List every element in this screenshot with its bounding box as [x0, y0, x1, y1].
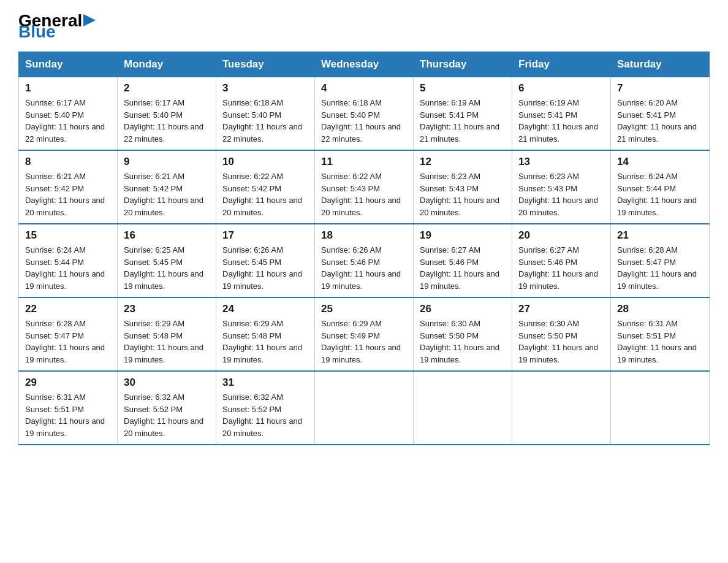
calendar-cell: 10 Sunrise: 6:22 AMSunset: 5:42 PMDaylig… [216, 150, 315, 224]
calendar-cell: 26 Sunrise: 6:30 AMSunset: 5:50 PMDaylig… [414, 297, 512, 371]
calendar-cell: 25 Sunrise: 6:29 AMSunset: 5:49 PMDaylig… [315, 297, 414, 371]
day-number: 30 [124, 377, 210, 389]
day-detail: Sunrise: 6:17 AMSunset: 5:40 PMDaylight:… [124, 98, 203, 144]
day-detail: Sunrise: 6:21 AMSunset: 5:42 PMDaylight:… [124, 172, 203, 217]
calendar-cell: 4 Sunrise: 6:18 AMSunset: 5:40 PMDayligh… [315, 77, 414, 151]
day-number: 3 [222, 82, 308, 94]
calendar-cell: 9 Sunrise: 6:21 AMSunset: 5:42 PMDayligh… [118, 150, 216, 224]
page-header: General Blue [18, 12, 710, 40]
calendar-cell: 31 Sunrise: 6:32 AMSunset: 5:52 PMDaylig… [216, 371, 315, 445]
day-number: 2 [124, 82, 210, 94]
calendar-cell: 19 Sunrise: 6:27 AMSunset: 5:46 PMDaylig… [414, 224, 512, 297]
day-detail: Sunrise: 6:30 AMSunset: 5:50 PMDaylight:… [420, 319, 499, 364]
calendar-cell: 3 Sunrise: 6:18 AMSunset: 5:40 PMDayligh… [216, 77, 315, 151]
calendar-cell [414, 371, 512, 445]
day-number: 13 [518, 156, 604, 168]
day-number: 7 [617, 82, 703, 94]
calendar-cell: 20 Sunrise: 6:27 AMSunset: 5:46 PMDaylig… [512, 224, 611, 297]
day-detail: Sunrise: 6:22 AMSunset: 5:42 PMDaylight:… [222, 172, 302, 217]
calendar-cell: 18 Sunrise: 6:26 AMSunset: 5:46 PMDaylig… [315, 224, 414, 297]
day-detail: Sunrise: 6:27 AMSunset: 5:46 PMDaylight:… [420, 245, 499, 291]
day-number: 25 [321, 303, 407, 315]
day-detail: Sunrise: 6:26 AMSunset: 5:46 PMDaylight:… [321, 245, 401, 291]
day-number: 16 [124, 229, 210, 242]
calendar-cell: 17 Sunrise: 6:26 AMSunset: 5:45 PMDaylig… [216, 224, 315, 297]
day-number: 9 [124, 156, 210, 168]
calendar-cell: 5 Sunrise: 6:19 AMSunset: 5:41 PMDayligh… [414, 77, 512, 151]
calendar-cell: 27 Sunrise: 6:30 AMSunset: 5:50 PMDaylig… [512, 297, 611, 371]
day-detail: Sunrise: 6:23 AMSunset: 5:43 PMDaylight:… [518, 172, 598, 217]
day-number: 12 [420, 156, 506, 168]
calendar-cell: 8 Sunrise: 6:21 AMSunset: 5:42 PMDayligh… [19, 150, 118, 224]
day-number: 21 [617, 229, 703, 242]
day-number: 19 [420, 229, 506, 242]
day-number: 10 [222, 156, 308, 168]
calendar-cell: 2 Sunrise: 6:17 AMSunset: 5:40 PMDayligh… [118, 77, 216, 151]
calendar-cell: 6 Sunrise: 6:19 AMSunset: 5:41 PMDayligh… [512, 77, 611, 151]
day-detail: Sunrise: 6:29 AMSunset: 5:49 PMDaylight:… [321, 319, 401, 364]
day-detail: Sunrise: 6:17 AMSunset: 5:40 PMDaylight:… [25, 98, 105, 144]
day-detail: Sunrise: 6:32 AMSunset: 5:52 PMDaylight:… [222, 393, 302, 438]
calendar-cell: 7 Sunrise: 6:20 AMSunset: 5:41 PMDayligh… [611, 77, 710, 151]
day-number: 8 [25, 156, 111, 168]
day-detail: Sunrise: 6:31 AMSunset: 5:51 PMDaylight:… [25, 393, 105, 438]
day-detail: Sunrise: 6:19 AMSunset: 5:41 PMDaylight:… [518, 98, 598, 144]
day-detail: Sunrise: 6:25 AMSunset: 5:45 PMDaylight:… [124, 245, 203, 291]
header-saturday: Saturday [611, 52, 710, 77]
calendar-cell: 29 Sunrise: 6:31 AMSunset: 5:51 PMDaylig… [19, 371, 118, 445]
calendar-week-row: 1 Sunrise: 6:17 AMSunset: 5:40 PMDayligh… [19, 77, 710, 151]
day-number: 29 [25, 377, 111, 389]
day-detail: Sunrise: 6:23 AMSunset: 5:43 PMDaylight:… [420, 172, 499, 217]
calendar-week-row: 8 Sunrise: 6:21 AMSunset: 5:42 PMDayligh… [19, 150, 710, 224]
day-detail: Sunrise: 6:20 AMSunset: 5:41 PMDaylight:… [617, 98, 697, 144]
calendar-week-row: 22 Sunrise: 6:28 AMSunset: 5:47 PMDaylig… [19, 297, 710, 371]
header-friday: Friday [512, 52, 611, 77]
day-number: 1 [25, 82, 111, 94]
day-detail: Sunrise: 6:28 AMSunset: 5:47 PMDaylight:… [617, 245, 697, 291]
day-detail: Sunrise: 6:24 AMSunset: 5:44 PMDaylight:… [25, 245, 105, 291]
day-detail: Sunrise: 6:19 AMSunset: 5:41 PMDaylight:… [420, 98, 499, 144]
day-number: 20 [518, 229, 604, 242]
day-detail: Sunrise: 6:28 AMSunset: 5:47 PMDaylight:… [25, 319, 105, 364]
header-thursday: Thursday [414, 52, 512, 77]
day-number: 14 [617, 156, 703, 168]
day-number: 5 [420, 82, 506, 94]
day-number: 26 [420, 303, 506, 315]
day-detail: Sunrise: 6:27 AMSunset: 5:46 PMDaylight:… [518, 245, 598, 291]
calendar-cell: 14 Sunrise: 6:24 AMSunset: 5:44 PMDaylig… [611, 150, 710, 224]
day-detail: Sunrise: 6:30 AMSunset: 5:50 PMDaylight:… [518, 319, 598, 364]
calendar-week-row: 29 Sunrise: 6:31 AMSunset: 5:51 PMDaylig… [19, 371, 710, 445]
header-wednesday: Wednesday [315, 52, 414, 77]
calendar-cell: 11 Sunrise: 6:22 AMSunset: 5:43 PMDaylig… [315, 150, 414, 224]
day-number: 31 [222, 377, 308, 389]
day-detail: Sunrise: 6:21 AMSunset: 5:42 PMDaylight:… [25, 172, 105, 217]
calendar-cell: 21 Sunrise: 6:28 AMSunset: 5:47 PMDaylig… [611, 224, 710, 297]
calendar-week-row: 15 Sunrise: 6:24 AMSunset: 5:44 PMDaylig… [19, 224, 710, 297]
day-number: 4 [321, 82, 407, 94]
day-detail: Sunrise: 6:32 AMSunset: 5:52 PMDaylight:… [124, 393, 203, 438]
calendar-cell: 13 Sunrise: 6:23 AMSunset: 5:43 PMDaylig… [512, 150, 611, 224]
day-number: 24 [222, 303, 308, 315]
header-tuesday: Tuesday [216, 52, 315, 77]
day-number: 18 [321, 229, 407, 242]
day-detail: Sunrise: 6:29 AMSunset: 5:48 PMDaylight:… [124, 319, 203, 364]
calendar-cell: 23 Sunrise: 6:29 AMSunset: 5:48 PMDaylig… [118, 297, 216, 371]
calendar-table: SundayMondayTuesdayWednesdayThursdayFrid… [18, 52, 710, 445]
day-number: 11 [321, 156, 407, 168]
calendar-cell [315, 371, 414, 445]
day-number: 28 [617, 303, 703, 315]
calendar-cell: 16 Sunrise: 6:25 AMSunset: 5:45 PMDaylig… [118, 224, 216, 297]
svg-marker-0 [83, 14, 96, 26]
day-detail: Sunrise: 6:26 AMSunset: 5:45 PMDaylight:… [222, 245, 302, 291]
day-number: 6 [518, 82, 604, 94]
day-detail: Sunrise: 6:18 AMSunset: 5:40 PMDaylight:… [321, 98, 401, 144]
day-number: 27 [518, 303, 604, 315]
logo: General Blue [18, 12, 96, 40]
day-number: 15 [25, 229, 111, 242]
day-detail: Sunrise: 6:24 AMSunset: 5:44 PMDaylight:… [617, 172, 697, 217]
calendar-cell [611, 371, 710, 445]
calendar-cell: 22 Sunrise: 6:28 AMSunset: 5:47 PMDaylig… [19, 297, 118, 371]
day-number: 23 [124, 303, 210, 315]
calendar-cell [512, 371, 611, 445]
day-detail: Sunrise: 6:31 AMSunset: 5:51 PMDaylight:… [617, 319, 697, 364]
